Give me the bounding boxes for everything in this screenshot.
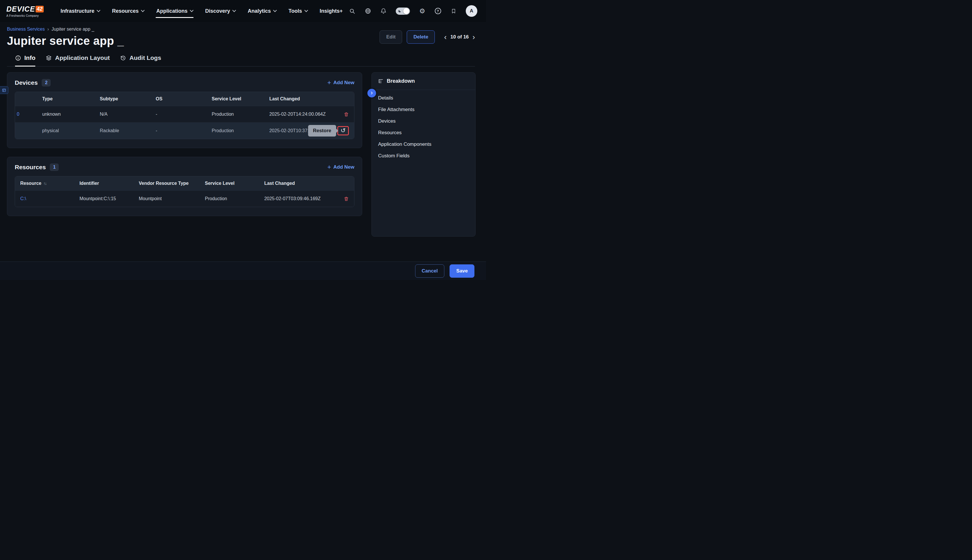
resource-last-changed: 2025-02-07T03:09:46.169Z [264, 196, 335, 201]
panel-collapse-button[interactable]: › [367, 89, 376, 97]
nav-label: Tools [288, 8, 302, 14]
history-icon [120, 55, 126, 61]
device42-logo[interactable]: DEVICE 42 A Freshworks Company [7, 5, 44, 17]
col-resource-label: Resource [20, 181, 42, 186]
user-avatar[interactable]: A [466, 5, 477, 17]
help-icon[interactable]: ? [435, 8, 441, 15]
settings-gear-icon[interactable]: ⚙ [419, 8, 425, 15]
pager-next-icon[interactable]: › [472, 34, 475, 40]
device-os: - [156, 112, 212, 117]
add-new-label: Add New [333, 80, 354, 86]
col-last-changed: Last Changed [264, 181, 335, 186]
chevron-down-icon [141, 8, 145, 12]
col-service-level: Service Level [205, 181, 264, 186]
device-row: 0 unknown N/A - Production 2025-02-20T14… [15, 106, 354, 122]
globe-icon[interactable] [365, 8, 371, 15]
save-button[interactable]: Save [450, 264, 474, 278]
moon-icon [398, 9, 402, 13]
resource-identifier: Mountpoint:C:\:15 [80, 196, 139, 201]
breadcrumb-current: Jupiter service app _ [52, 27, 94, 32]
tab-info[interactable]: Info [15, 54, 35, 67]
top-navbar: DEVICE 42 A Freshworks Company Infrastru… [0, 0, 486, 22]
nav-item-insights-plus[interactable]: Insights+ [320, 8, 343, 14]
tab-label: Audit Logs [129, 54, 161, 61]
delete-row-icon[interactable] [343, 112, 349, 117]
resources-table-header: Resource ↑↓ Identifier Vendor Resource T… [15, 177, 354, 190]
resources-card: Resources 1 + Add New Resource ↑↓ Identi… [7, 157, 362, 216]
tab-label: Application Layout [55, 54, 110, 61]
chevron-down-icon [273, 8, 277, 12]
device-row-deleted: physical Rackable - Production 2025-02-2… [15, 122, 354, 139]
resource-name-link[interactable]: C:\ [15, 196, 80, 201]
col-type: Type [42, 96, 100, 102]
breakdown-item-resources[interactable]: Resources [372, 127, 475, 138]
plus-icon: + [327, 164, 331, 170]
search-icon[interactable] [349, 8, 355, 15]
breakdown-item-application-components[interactable]: Application Components [372, 138, 475, 150]
breadcrumb-parent-link[interactable]: Business Services [7, 27, 45, 32]
breakdown-item-devices[interactable]: Devices [372, 115, 475, 127]
device-type: unknown [42, 112, 100, 117]
info-icon [15, 55, 21, 61]
resources-count-badge: 1 [50, 163, 59, 171]
chevron-down-icon [190, 8, 193, 12]
logo-text: DEVICE [7, 5, 35, 13]
resources-add-new-button[interactable]: + Add New [327, 164, 354, 170]
col-vendor-resource-type: Vendor Resource Type [139, 181, 205, 186]
navbar-actions: ⚙ ? A [349, 5, 477, 17]
tab-bar: Info Application Layout Audit Logs [7, 54, 475, 67]
device-type: physical [42, 128, 100, 133]
page-header-left: Business Services › Jupiter service app … [7, 27, 124, 47]
devices-add-new-button[interactable]: + Add New [327, 80, 354, 86]
nav-item-tools[interactable]: Tools [288, 8, 307, 14]
logo-row: DEVICE 42 [7, 5, 44, 13]
device-subtype: N/A [100, 112, 156, 117]
device-subtype: Rackable [100, 128, 156, 133]
col-identifier: Identifier [80, 181, 139, 186]
plus-icon: + [327, 80, 331, 86]
tab-label: Info [24, 54, 35, 61]
device-service-level: Production [212, 112, 269, 117]
col-service-level: Service Level [212, 96, 269, 102]
restore-icon: ↺ [340, 127, 346, 133]
delete-row-icon[interactable] [343, 196, 349, 202]
nav-item-resources[interactable]: Resources [112, 8, 144, 14]
nav-label: Applications [156, 8, 187, 14]
breadcrumb: Business Services › Jupiter service app … [7, 27, 124, 32]
chevron-down-icon [232, 8, 236, 12]
restore-button-highlight[interactable]: ↺ [337, 126, 349, 135]
bookmark-icon[interactable] [450, 8, 457, 15]
tab-audit-logs[interactable]: Audit Logs [120, 54, 161, 67]
chevron-down-icon [97, 8, 100, 12]
devices-title: Devices [15, 79, 38, 86]
nav-item-discovery[interactable]: Discovery [205, 8, 235, 14]
notifications-bell-icon[interactable] [380, 8, 387, 15]
delete-button[interactable]: Delete [407, 30, 435, 44]
theme-toggle[interactable] [396, 8, 410, 15]
col-resource-sortable[interactable]: Resource ↑↓ [15, 181, 80, 186]
breakdown-item-details[interactable]: Details [372, 92, 475, 104]
device-actions [337, 112, 354, 117]
resources-card-header: Resources 1 + Add New [15, 163, 354, 171]
tab-application-layout[interactable]: Application Layout [46, 54, 110, 67]
resource-row: C:\ Mountpoint:C:\:15 Mountpoint Product… [15, 190, 354, 207]
breakdown-item-file-attachments[interactable]: File Attachments [372, 104, 475, 115]
side-rail-toggle[interactable] [0, 86, 8, 94]
col-subtype: Subtype [100, 96, 156, 102]
nav-item-analytics[interactable]: Analytics [248, 8, 276, 14]
nav-item-infrastructure[interactable]: Infrastructure [60, 8, 100, 14]
col-last-changed: Last Changed [269, 96, 337, 102]
logo-number-badge: 42 [36, 6, 44, 12]
toggle-knob [403, 8, 409, 14]
device-last-changed: 2025-02-20T14:24:00.064Z [269, 112, 337, 117]
device-name-link[interactable]: 0 [15, 112, 42, 117]
edit-button[interactable]: Edit [380, 30, 402, 44]
device-service-level: Production [212, 128, 269, 133]
footer-action-bar: Cancel Save [0, 262, 486, 280]
nav-label: Analytics [248, 8, 271, 14]
breakdown-item-custom-fields[interactable]: Custom Fields [372, 150, 475, 162]
gear-glyph: ⚙ [419, 8, 425, 15]
nav-item-applications[interactable]: Applications [156, 8, 193, 14]
pager-prev-icon[interactable]: ‹ [444, 34, 447, 40]
cancel-button[interactable]: Cancel [415, 264, 445, 278]
